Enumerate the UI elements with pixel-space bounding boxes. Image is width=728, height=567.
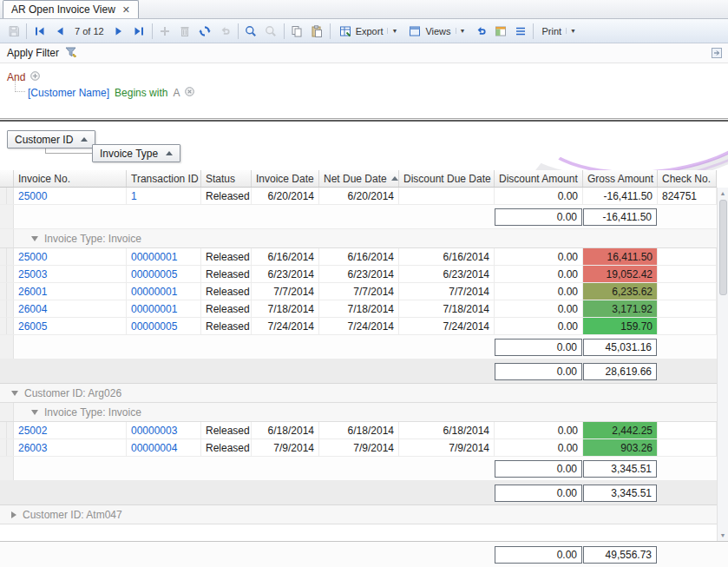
column-header-invoice-no[interactable]: Invoice No. bbox=[14, 170, 127, 187]
invoice-row[interactable]: 2600100000001Released7/7/20147/7/20147/7… bbox=[0, 283, 717, 300]
filter-condition-operator[interactable]: Begins with bbox=[115, 87, 167, 99]
cell-status: Released bbox=[201, 248, 252, 265]
column-header-net-due-date[interactable]: Net Due Date bbox=[319, 170, 399, 187]
cell-transaction-id[interactable]: 1 bbox=[127, 188, 201, 204]
cell-net-due-date: 7/18/2014 bbox=[319, 300, 399, 317]
cell-invoice-no[interactable]: 25003 bbox=[14, 266, 127, 282]
scrollbar-thumb[interactable] bbox=[719, 200, 727, 295]
customize-layout-button[interactable] bbox=[490, 22, 510, 41]
nav-first-icon bbox=[33, 24, 47, 38]
cell-discount-due-date: 6/16/2014 bbox=[399, 248, 495, 265]
group-box-invoice-type[interactable]: Invoice Type bbox=[92, 144, 180, 162]
column-header-discount-due-date[interactable]: Discount Due Date bbox=[399, 170, 495, 187]
cell-discount-amount: 0.00 bbox=[495, 300, 583, 317]
cell-transaction-id[interactable]: 00000003 bbox=[127, 422, 201, 438]
column-header-check-no[interactable]: Check No. bbox=[658, 170, 717, 187]
invoice-row[interactable]: 2600500000005Released7/24/20147/24/20147… bbox=[0, 318, 717, 335]
invoice-row[interactable]: 2600400000001Released7/18/20147/18/20147… bbox=[0, 300, 717, 318]
edit-filter-icon[interactable] bbox=[64, 45, 78, 62]
column-header-gross-amount[interactable]: Gross Amount bbox=[583, 170, 658, 187]
indent-cell bbox=[7, 318, 14, 334]
column-header-invoice-date[interactable]: Invoice Date bbox=[252, 170, 319, 187]
group-summary-row: 0.00-16,411.50 bbox=[0, 205, 717, 229]
scroll-down-icon[interactable]: ▼ bbox=[718, 530, 728, 541]
filter-bar: Apply Filter bbox=[0, 43, 728, 63]
indent-cell bbox=[7, 422, 14, 438]
invoice-row[interactable]: 2600300000004Released7/9/20147/9/20147/9… bbox=[0, 439, 717, 457]
cell-check-no bbox=[658, 248, 717, 265]
remove-condition-icon[interactable] bbox=[185, 87, 194, 99]
cell-invoice-no[interactable]: 26001 bbox=[14, 283, 127, 300]
vertical-scrollbar[interactable]: ▲ ▼ bbox=[717, 188, 728, 541]
refresh-button[interactable] bbox=[195, 22, 215, 41]
group-row[interactable]: Invoice Type: Invoice bbox=[0, 403, 717, 422]
summary-discount-amount: 0.00 bbox=[495, 208, 582, 226]
column-header-transaction-id[interactable]: Transaction ID bbox=[127, 170, 201, 187]
cell-transaction-id[interactable]: 00000001 bbox=[127, 283, 201, 300]
indent-cell bbox=[0, 205, 14, 228]
views-dropdown[interactable]: Views▼ bbox=[403, 22, 470, 41]
delete-record-button[interactable] bbox=[175, 22, 195, 41]
add-condition-icon[interactable] bbox=[30, 71, 40, 83]
zoom-button[interactable] bbox=[241, 22, 261, 41]
tab-close-icon[interactable]: ✕ bbox=[122, 5, 130, 15]
nav-first-button[interactable] bbox=[30, 22, 49, 41]
invoice-row[interactable]: 2500300000005Released6/23/20146/23/20146… bbox=[0, 266, 717, 283]
decorative-swoosh bbox=[528, 122, 728, 170]
collapse-group-icon[interactable] bbox=[31, 410, 38, 415]
column-header-label: Discount Due Date bbox=[403, 173, 491, 185]
group-row[interactable]: Customer ID: Arg026 bbox=[0, 384, 717, 403]
cell-invoice-no[interactable]: 25000 bbox=[14, 248, 127, 265]
indent-cell bbox=[7, 300, 14, 317]
cell-invoice-no[interactable]: 26004 bbox=[14, 300, 127, 317]
cell-transaction-id[interactable]: 00000001 bbox=[127, 248, 201, 265]
scroll-up-icon[interactable]: ▲ bbox=[718, 188, 728, 199]
indent-cell bbox=[7, 248, 14, 265]
revert-button[interactable] bbox=[215, 22, 235, 41]
paste-button[interactable] bbox=[307, 22, 327, 41]
group-summary-row: 0.003,345.51 bbox=[0, 457, 717, 481]
collapse-group-icon[interactable] bbox=[31, 236, 38, 241]
invoice-row[interactable]: 2500200000003Released6/18/20146/18/20146… bbox=[0, 422, 717, 439]
cell-transaction-id[interactable]: 00000004 bbox=[127, 439, 201, 456]
column-header-discount-amount[interactable]: Discount Amount bbox=[495, 170, 583, 187]
group-row[interactable]: Customer ID: Atm047 bbox=[0, 505, 717, 524]
column-header-label: Invoice No. bbox=[18, 173, 70, 185]
cell-transaction-id[interactable]: 00000005 bbox=[127, 266, 201, 282]
add-record-button[interactable] bbox=[155, 22, 175, 41]
group-summary-row: 0.0045,031.16 bbox=[0, 335, 717, 359]
save-button[interactable] bbox=[3, 22, 23, 41]
column-header-status[interactable]: Status bbox=[201, 170, 252, 187]
nav-next-button[interactable] bbox=[109, 22, 129, 41]
indent-cell bbox=[0, 422, 7, 438]
cell-invoice-no[interactable]: 25002 bbox=[14, 422, 127, 438]
cell-invoice-no[interactable]: 25000 bbox=[14, 188, 127, 204]
cell-transaction-id[interactable]: 00000001 bbox=[127, 300, 201, 317]
nav-prev-button[interactable] bbox=[49, 22, 69, 41]
group-row[interactable]: Invoice Type: Invoice bbox=[0, 229, 717, 248]
print-dropdown[interactable]: Print▼ bbox=[536, 22, 581, 41]
invoice-grid: 250001Released6/20/20146/20/20140.00-16,… bbox=[0, 188, 728, 524]
cell-discount-due-date: 7/7/2014 bbox=[399, 283, 495, 300]
column-header-label: Status bbox=[206, 173, 235, 185]
cell-invoice-no[interactable]: 26005 bbox=[14, 318, 127, 334]
cell-gross-amount: 19,052.42 bbox=[583, 266, 658, 282]
invoice-row[interactable]: 250001Released6/20/20146/20/20140.00-16,… bbox=[0, 188, 717, 205]
expand-group-icon[interactable] bbox=[11, 511, 16, 518]
column-chooser-button[interactable] bbox=[510, 22, 530, 41]
filter-condition-value[interactable]: A bbox=[173, 87, 180, 99]
decorative-swoosh bbox=[467, 122, 728, 170]
export-dropdown[interactable]: Export▼ bbox=[333, 22, 403, 41]
filter-condition-field[interactable]: [Customer Name] bbox=[28, 87, 109, 99]
nav-last-button[interactable] bbox=[129, 22, 149, 41]
filter-panel-toggle-icon[interactable] bbox=[710, 46, 724, 63]
invoice-row[interactable]: 2500000000001Released6/16/20146/16/20146… bbox=[0, 248, 717, 266]
group-box-customer-id[interactable]: Customer ID bbox=[7, 130, 95, 148]
undo-button[interactable] bbox=[470, 22, 490, 41]
copy-button[interactable] bbox=[287, 22, 307, 41]
zoom-selection-button[interactable] bbox=[261, 22, 281, 41]
tab-ar-open-invoice-view[interactable]: AR Open Invoice View ✕ bbox=[3, 0, 139, 18]
collapse-group-icon[interactable] bbox=[11, 391, 18, 396]
cell-invoice-no[interactable]: 26003 bbox=[14, 439, 127, 456]
cell-transaction-id[interactable]: 00000005 bbox=[127, 318, 201, 334]
